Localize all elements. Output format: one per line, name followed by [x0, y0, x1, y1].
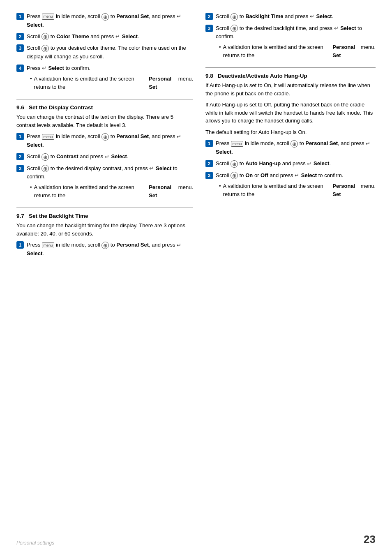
- bullet-list: A validation tone is emitted and the scr…: [30, 183, 193, 199]
- section-97-cont: 2 Scroll to Backlight Time and press ↵ S…: [205, 12, 376, 60]
- section-98-body-3: The default setting for Auto Hang-up is …: [205, 128, 376, 136]
- section-97-title: 9.7 Set the Backlight Time: [16, 213, 193, 219]
- step-item: 3 Scroll to On or Off and press ↵ Select…: [205, 171, 376, 199]
- bullet-item: A validation tone is emitted and the scr…: [219, 43, 376, 59]
- left-column: 1 Press menu in idle mode, scroll to Per…: [16, 12, 193, 265]
- step-badge: 1: [16, 133, 24, 140]
- section-97: 9.7 Set the Backlight Time You can chang…: [16, 213, 193, 258]
- step-item: 2 Scroll to Backlight Time and press ↵ S…: [205, 12, 376, 21]
- scroll-icon: [291, 140, 298, 148]
- scroll-icon: [231, 172, 238, 179]
- step-badge: 1: [16, 13, 24, 20]
- scroll-icon: [42, 45, 49, 52]
- step-content: Press menu in idle mode, scroll to Perso…: [27, 132, 193, 149]
- menu-icon: menu: [42, 242, 55, 249]
- step-content: Press ↵ Select to confirm. A validation …: [27, 64, 193, 92]
- step-item: 2 Scroll to Contrast and press ↵ Select.: [16, 152, 193, 161]
- scroll-icon: [101, 242, 109, 249]
- bullet-item: A validation tone is emitted and the scr…: [219, 182, 376, 198]
- step-content: Scroll to the desired display contrast, …: [27, 164, 193, 201]
- step-list: 1 Press menu in idle mode, scroll to Per…: [16, 12, 193, 92]
- bullet-item: A validation tone is emitted and the scr…: [30, 183, 193, 199]
- bullet-list: A validation tone is emitted and the scr…: [30, 75, 193, 91]
- scroll-icon: [42, 153, 49, 161]
- step-list-97-cont: 2 Scroll to Backlight Time and press ↵ S…: [205, 12, 376, 60]
- step-content: Scroll to Color Theme and press ↵ Select…: [27, 32, 139, 41]
- step-item: 3 Scroll to your desired color theme. Th…: [16, 44, 193, 60]
- step-item: 1 Press menu in idle mode, scroll to Per…: [16, 241, 193, 258]
- bullet-list: A validation tone is emitted and the scr…: [219, 43, 376, 59]
- step-item: 3 Scroll to the desired backlight time, …: [205, 24, 376, 60]
- step-content: Scroll to On or Off and press ↵ Select t…: [216, 171, 376, 199]
- section-divider: [16, 208, 193, 208]
- step-badge: 2: [16, 153, 24, 160]
- menu-icon: menu: [231, 141, 244, 147]
- footer-page: 23: [364, 533, 376, 546]
- scroll-icon: [42, 33, 49, 40]
- step-item: 3 Scroll to the desired display contrast…: [16, 164, 193, 201]
- step-badge: 2: [205, 13, 213, 20]
- step-badge: 3: [205, 172, 213, 179]
- scroll-icon: [101, 13, 109, 21]
- section-98-body-1: If Auto Hang-up is set to On, it will au…: [205, 81, 376, 97]
- step-item: 1 Press menu in idle mode, scroll to Per…: [205, 139, 376, 156]
- select-icon: ↵: [177, 241, 181, 249]
- scroll-icon: [231, 160, 238, 168]
- step-content: Press menu in idle mode, scroll to Perso…: [216, 139, 376, 156]
- step-item: 1 Press menu in idle mode, scroll to Per…: [16, 132, 193, 149]
- section-98-num: 9.8: [205, 73, 213, 79]
- scroll-icon: [42, 165, 49, 172]
- select-icon: ↵: [295, 171, 299, 180]
- color-theme-steps: 1 Press menu in idle mode, scroll to Per…: [16, 12, 193, 92]
- step-list-98: 1 Press menu in idle mode, scroll to Per…: [205, 139, 376, 199]
- step-content: Scroll to Auto Hang-up and press ↵ Selec…: [216, 159, 331, 168]
- section-96: 9.6 Set the Display Contrast You can cha…: [16, 104, 193, 200]
- section-divider: [205, 67, 376, 68]
- step-item: 4 Press ↵ Select to confirm. A validatio…: [16, 64, 193, 92]
- bullet-item: A validation tone is emitted and the scr…: [30, 75, 193, 91]
- section-96-title: 9.6 Set the Display Contrast: [16, 104, 193, 111]
- step-content: Press menu in idle mode, scroll to Perso…: [27, 241, 193, 258]
- step-content: Scroll to Contrast and press ↵ Select.: [27, 152, 129, 161]
- section-96-body: You can change the contrast of the text …: [16, 113, 193, 129]
- select-icon: ↵: [42, 64, 46, 72]
- step-badge: 3: [16, 44, 24, 52]
- step-badge: 1: [16, 241, 24, 249]
- step-content: Scroll to the desired backlight time, an…: [216, 24, 376, 60]
- step-item: 2 Scroll to Color Theme and press ↵ Sele…: [16, 32, 193, 41]
- section-98-body-2: If Auto Hang-up is set to Off, putting t…: [205, 101, 376, 125]
- menu-icon: menu: [42, 134, 55, 140]
- step-content: Scroll to Backlight Time and press ↵ Sel…: [216, 12, 333, 21]
- section-97-body: You can change the backlight timing for …: [16, 222, 193, 238]
- step-item: 2 Scroll to Auto Hang-up and press ↵ Sel…: [205, 159, 376, 168]
- step-list-96: 1 Press menu in idle mode, scroll to Per…: [16, 132, 193, 200]
- select-icon: ↵: [177, 133, 181, 141]
- scroll-icon: [231, 13, 238, 21]
- section-98-title: 9.8 Deactivate/Activate Auto Hang-Up: [205, 73, 376, 79]
- select-icon: ↵: [334, 24, 339, 32]
- step-badge: 2: [205, 160, 213, 167]
- footer-label: Personal settings: [16, 540, 54, 546]
- select-icon: ↵: [307, 160, 311, 168]
- bullet-list: A validation tone is emitted and the scr…: [219, 182, 376, 198]
- right-column: 2 Scroll to Backlight Time and press ↵ S…: [205, 12, 376, 265]
- select-icon: ↵: [177, 12, 181, 21]
- step-badge: 1: [205, 140, 213, 147]
- step-list-97: 1 Press menu in idle mode, scroll to Per…: [16, 241, 193, 258]
- select-icon: ↵: [310, 12, 314, 21]
- select-icon: ↵: [105, 153, 109, 161]
- section-97-num: 9.7: [16, 213, 24, 219]
- step-item: 1 Press menu in idle mode, scroll to Per…: [16, 12, 193, 29]
- section-divider: [16, 99, 193, 99]
- step-content: Scroll to your desired color theme. The …: [27, 44, 193, 60]
- step-badge: 3: [205, 25, 213, 32]
- menu-icon: menu: [42, 14, 55, 20]
- select-icon: ↵: [115, 32, 120, 41]
- select-icon: ↵: [366, 140, 370, 148]
- step-content: Press menu in idle mode, scroll to Perso…: [27, 12, 193, 29]
- select-icon: ↵: [149, 164, 154, 173]
- section-96-num: 9.6: [16, 104, 24, 111]
- section-98: 9.8 Deactivate/Activate Auto Hang-Up If …: [205, 73, 376, 199]
- step-badge: 2: [16, 33, 24, 40]
- step-badge: 4: [16, 65, 24, 72]
